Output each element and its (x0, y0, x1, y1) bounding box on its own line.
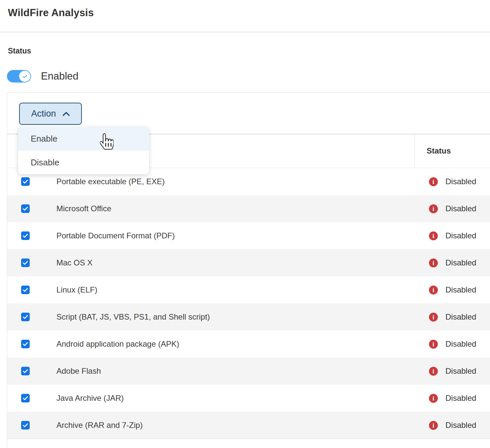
checkmark-icon (22, 422, 29, 429)
table-row: Portable Document Format (PDF) i Disable… (7, 222, 490, 249)
status-value: Disabled (445, 285, 476, 294)
checkmark-icon (22, 341, 29, 347)
file-type-label: Microsoft Office (56, 195, 111, 222)
checkmark-icon (22, 395, 29, 401)
status-cell: i Disabled (429, 222, 476, 249)
info-icon[interactable]: i (429, 286, 438, 294)
info-icon[interactable]: i (429, 177, 438, 186)
status-cell: i Disabled (429, 168, 476, 195)
table-row: Archive (RAR and 7-Zip) i Disabled (7, 412, 490, 439)
status-value: Disabled (445, 204, 476, 213)
file-type-label: Archive (RAR and 7-Zip) (56, 412, 143, 439)
checkmark-icon (22, 178, 29, 185)
table-row: Linux (ELF) i Disabled (7, 276, 490, 303)
chevron-up-icon (62, 112, 70, 116)
status-value: Disabled (445, 366, 476, 376)
menu-item-disable[interactable]: Disable (18, 151, 149, 174)
menu-item-enable[interactable]: Enable (18, 127, 149, 151)
status-section-label: Status (8, 47, 31, 55)
row-checkbox[interactable] (21, 421, 30, 430)
status-column-header: Status (427, 146, 451, 155)
status-value: Disabled (445, 312, 476, 322)
info-icon[interactable]: i (429, 258, 438, 267)
status-cell: i Disabled (429, 385, 476, 412)
status-cell: i Disabled (429, 249, 476, 276)
file-type-label: Script (BAT, JS, VBS, PS1, and Shell scr… (56, 303, 210, 330)
checkmark-icon (22, 205, 29, 212)
status-toggle[interactable] (7, 70, 31, 83)
row-checkbox[interactable] (21, 367, 30, 375)
status-value: Disabled (445, 231, 476, 240)
status-cell: i Disabled (429, 412, 476, 439)
status-toggle-row: Enabled (7, 70, 79, 83)
status-cell: i Disabled (429, 303, 476, 330)
action-menu: Enable Disable (18, 127, 149, 174)
file-type-label: Android application package (APK) (56, 330, 179, 358)
row-checkbox[interactable] (21, 204, 30, 213)
file-type-table: Portable executable (PE, EXE) i Disabled… (7, 168, 490, 439)
file-type-label: Java Archive (JAR) (56, 385, 124, 412)
status-value: Disabled (445, 421, 476, 430)
row-checkbox[interactable] (21, 231, 30, 240)
checkmark-icon (22, 259, 29, 266)
status-cell: i Disabled (429, 330, 476, 358)
toggle-knob (19, 71, 30, 82)
status-cell: i Disabled (429, 195, 476, 222)
row-checkbox[interactable] (21, 286, 30, 294)
checkmark-icon (22, 232, 29, 239)
row-checkbox[interactable] (21, 394, 30, 402)
info-icon[interactable]: i (429, 231, 438, 240)
column-separator (414, 134, 415, 168)
table-row: Adobe Flash i Disabled (7, 358, 490, 385)
info-icon[interactable]: i (429, 367, 438, 376)
checkmark-icon (22, 368, 29, 374)
info-icon[interactable]: i (429, 421, 438, 430)
status-value: Disabled (445, 339, 476, 349)
page-title: WildFire Analysis (8, 7, 94, 19)
title-divider (0, 32, 490, 32)
row-checkbox[interactable] (21, 177, 30, 186)
status-cell: i Disabled (429, 358, 476, 385)
toggle-state-label: Enabled (41, 70, 79, 82)
action-button-label: Action (31, 109, 56, 119)
file-type-label: Mac OS X (56, 249, 92, 276)
file-type-label: Linux (ELF) (56, 276, 97, 303)
checkmark-icon (22, 287, 29, 293)
file-type-label: Portable Document Format (PDF) (56, 222, 175, 249)
info-icon[interactable]: i (429, 204, 438, 213)
table-row: Android application package (APK) i Disa… (7, 330, 490, 358)
file-type-label: Adobe Flash (56, 358, 101, 385)
status-value: Disabled (445, 258, 476, 267)
info-icon[interactable]: i (429, 313, 438, 322)
check-icon (22, 73, 28, 80)
row-checkbox[interactable] (21, 340, 30, 348)
status-value: Disabled (445, 177, 476, 186)
info-icon[interactable]: i (429, 394, 438, 403)
table-row: Microsoft Office i Disabled (7, 195, 490, 222)
status-cell: i Disabled (429, 276, 476, 303)
table-row: Mac OS X i Disabled (7, 249, 490, 276)
action-dropdown-button[interactable]: Action (19, 103, 82, 125)
info-icon[interactable]: i (429, 340, 438, 349)
table-row: Script (BAT, JS, VBS, PS1, and Shell scr… (7, 303, 490, 330)
checkmark-icon (22, 314, 29, 320)
row-checkbox[interactable] (21, 258, 30, 267)
table-row: Java Archive (JAR) i Disabled (7, 385, 490, 412)
status-value: Disabled (445, 394, 476, 403)
row-checkbox[interactable] (21, 313, 30, 321)
